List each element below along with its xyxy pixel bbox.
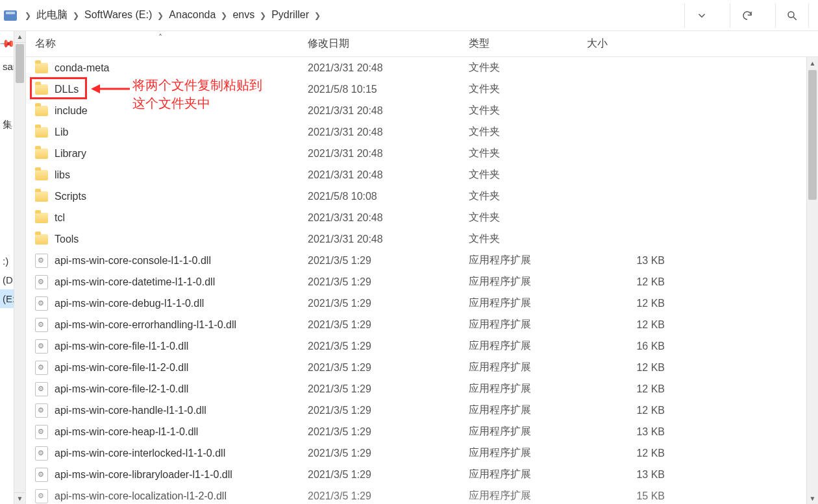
svg-line-1 [793, 17, 797, 20]
table-row[interactable]: api-ms-win-core-file-l1-2-0.dll2021/3/5 … [26, 357, 806, 378]
file-date: 2021/3/31 20:48 [308, 148, 469, 160]
file-type: 应用程序扩展 [469, 468, 587, 481]
breadcrumb[interactable]: ❯ 此电脑❯SoftWares (E:)❯Anaconda❯envs❯Pydri… [4, 8, 684, 22]
column-type[interactable]: 类型 [469, 37, 587, 51]
file-type: 应用程序扩展 [469, 296, 587, 310]
dll-file-icon [35, 425, 48, 439]
pin-area[interactable]: 📌 [0, 31, 14, 57]
table-row[interactable]: include2021/3/31 20:48文件夹 [26, 100, 806, 121]
file-name: api-ms-win-core-debug-l1-1-0.dll [55, 298, 204, 309]
table-row[interactable]: api-ms-win-core-datetime-l1-1-0.dll2021/… [26, 271, 806, 293]
search-button[interactable] [775, 3, 809, 28]
file-name: Tools [55, 234, 79, 245]
table-row[interactable]: Lib2021/3/31 20:48文件夹 [26, 121, 806, 143]
table-row[interactable]: Scripts2021/5/8 10:08文件夹 [26, 186, 806, 207]
table-row[interactable]: api-ms-win-core-console-l1-1-0.dll2021/3… [26, 250, 806, 271]
file-date: 2021/3/5 1:29 [308, 362, 469, 374]
dll-file-icon [35, 254, 48, 268]
sidebar-item[interactable]: samp [0, 57, 14, 76]
scroll-up-icon[interactable]: ▲ [807, 57, 818, 69]
dll-file-icon [35, 318, 48, 332]
file-name: api-ms-win-core-file-l1-2-0.dll [55, 362, 188, 374]
scroll-thumb[interactable] [808, 70, 817, 200]
scroll-down-icon[interactable]: ▼ [807, 492, 818, 504]
table-row[interactable]: conda-meta2021/3/31 20:48文件夹 [26, 57, 806, 78]
table-row[interactable]: api-ms-win-core-file-l1-1-0.dll2021/3/5 … [26, 335, 806, 357]
file-type: 应用程序扩展 [469, 318, 587, 331]
content-scrollbar[interactable]: ▲ ▼ [806, 57, 818, 504]
file-name: api-ms-win-core-libraryloader-l1-1-0.dll [55, 469, 232, 481]
file-name: api-ms-win-core-handle-l1-1-0.dll [55, 405, 206, 416]
scroll-up-icon[interactable]: ▲ [14, 31, 25, 43]
breadcrumb-item[interactable]: 此电脑 [36, 9, 68, 20]
chevron-right-icon[interactable]: ❯ [73, 11, 79, 20]
table-row[interactable]: Library2021/3/31 20:48文件夹 [26, 143, 806, 164]
dll-file-icon [35, 403, 48, 418]
scroll-down-icon[interactable]: ▼ [14, 492, 25, 504]
refresh-icon [741, 10, 753, 21]
chevron-down-icon [696, 10, 708, 21]
table-row[interactable]: api-ms-win-core-file-l2-1-0.dll2021/3/5 … [26, 378, 806, 400]
table-row[interactable]: api-ms-win-core-debug-l1-1-0.dll2021/3/5… [26, 293, 806, 314]
file-date: 2021/3/5 1:29 [308, 426, 469, 438]
dll-file-icon [35, 446, 48, 461]
column-size[interactable]: 大小 [587, 37, 678, 51]
dll-file-icon [35, 382, 48, 396]
file-type: 文件夹 [469, 168, 587, 182]
breadcrumb-item[interactable]: Anaconda [169, 9, 216, 20]
sidebar-item[interactable] [0, 174, 14, 213]
column-date[interactable]: 修改日期 [308, 37, 469, 51]
file-name: DLLs [55, 84, 79, 95]
table-row[interactable]: api-ms-win-core-libraryloader-l1-1-0.dll… [26, 464, 806, 485]
file-date: 2021/3/5 1:29 [308, 298, 469, 309]
table-row[interactable]: api-ms-win-core-errorhandling-l1-1-0.dll… [26, 314, 806, 335]
sidebar-item[interactable]: 集 [0, 115, 14, 135]
chevron-right-icon[interactable]: ❯ [221, 11, 227, 20]
sidebar-item[interactable]: (E:) [0, 289, 14, 308]
dropdown-button[interactable] [684, 3, 718, 28]
file-list: 名称 ˄ 修改日期 类型 大小 conda-meta2021/3/31 20:4… [26, 31, 818, 504]
table-row[interactable]: tcl2021/3/31 20:48文件夹 [26, 207, 806, 228]
file-type: 应用程序扩展 [469, 382, 587, 396]
refresh-button[interactable] [730, 3, 763, 28]
scroll-track[interactable] [807, 69, 818, 492]
sidebar-item[interactable]: :) [0, 252, 14, 270]
file-type: 文件夹 [469, 147, 587, 160]
column-headers: 名称 ˄ 修改日期 类型 大小 [26, 31, 818, 57]
table-row[interactable]: Tools2021/3/31 20:48文件夹 [26, 228, 806, 250]
breadcrumb-item[interactable]: Pydriller [271, 9, 309, 20]
breadcrumb-item[interactable]: envs [232, 9, 254, 20]
breadcrumb-item[interactable]: SoftWares (E:) [84, 9, 152, 20]
file-type: 应用程序扩展 [469, 254, 587, 267]
column-name[interactable]: 名称 ˄ [35, 37, 308, 51]
chevron-right-icon[interactable]: ❯ [157, 11, 164, 20]
file-type: 应用程序扩展 [469, 275, 587, 289]
scroll-thumb[interactable] [16, 44, 24, 83]
table-row[interactable]: libs2021/3/31 20:48文件夹 [26, 164, 806, 186]
file-size: 12 KB [587, 448, 678, 459]
sidebar-item[interactable] [0, 76, 14, 115]
sidebar-item[interactable] [0, 213, 14, 252]
table-row[interactable]: api-ms-win-core-localization-l1-2-0.dll2… [26, 485, 806, 504]
sidebar-scrollbar[interactable]: ▲ ▼ [14, 31, 25, 504]
table-row[interactable]: DLLs2021/5/8 10:15文件夹 [26, 78, 806, 100]
chevron-right-icon[interactable]: ❯ [25, 11, 31, 20]
file-type: 应用程序扩展 [469, 339, 587, 353]
file-date: 2021/5/8 10:08 [308, 191, 469, 202]
chevron-right-icon[interactable]: ❯ [260, 11, 266, 20]
scroll-track[interactable] [14, 43, 25, 492]
sidebar-item[interactable] [0, 135, 14, 174]
file-name: api-ms-win-core-heap-l1-1-0.dll [55, 426, 198, 438]
chevron-right-icon[interactable]: ❯ [314, 11, 321, 20]
file-date: 2021/3/31 20:48 [308, 234, 469, 245]
table-row[interactable]: api-ms-win-core-heap-l1-1-0.dll2021/3/5 … [26, 421, 806, 442]
file-date: 2021/3/31 20:48 [308, 62, 469, 74]
table-row[interactable]: api-ms-win-core-interlocked-l1-1-0.dll20… [26, 442, 806, 464]
file-size: 13 KB [587, 426, 678, 438]
sidebar-item[interactable]: (D:) [0, 270, 14, 289]
file-size: 16 KB [587, 341, 678, 352]
file-name: api-ms-win-core-errorhandling-l1-1-0.dll [55, 319, 236, 331]
dll-file-icon [35, 361, 48, 375]
table-row[interactable]: api-ms-win-core-handle-l1-1-0.dll2021/3/… [26, 400, 806, 421]
file-name: api-ms-win-core-localization-l1-2-0.dll [55, 490, 227, 502]
